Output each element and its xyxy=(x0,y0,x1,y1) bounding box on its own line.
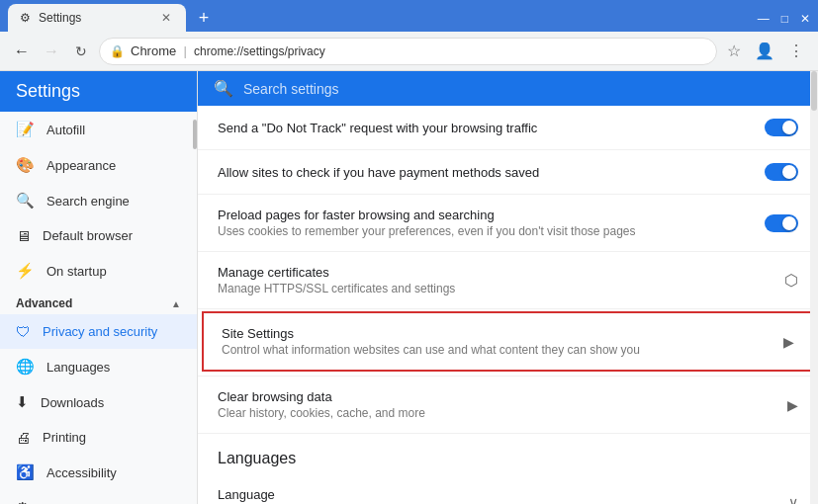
search-engine-label: Search engine xyxy=(46,194,130,209)
manage-certificates-text: Manage certificates Manage HTTPS/SSL cer… xyxy=(218,265,769,295)
url-chrome-label: Chrome xyxy=(131,43,176,58)
privacy-security-icon: 🛡 xyxy=(16,323,31,340)
payment-methods-text: Allow sites to check if you have payment… xyxy=(218,165,749,180)
refresh-button[interactable]: ↻ xyxy=(69,40,93,63)
site-settings-chevron-icon: ▶ xyxy=(783,334,794,350)
site-settings-text: Site Settings Control what information w… xyxy=(222,326,768,357)
sidebar-item-search-engine[interactable]: 🔍 Search engine xyxy=(0,183,197,218)
preload-pages-text: Preload pages for faster browsing and se… xyxy=(218,208,749,238)
system-icon: ⚙ xyxy=(16,499,29,504)
on-startup-icon: ⚡ xyxy=(16,262,35,280)
preload-pages-toggle[interactable] xyxy=(765,214,798,232)
search-engine-icon: 🔍 xyxy=(16,192,35,210)
sidebar-item-languages[interactable]: 🌐 Languages xyxy=(0,349,197,384)
language-text: Language English xyxy=(218,487,275,504)
content-scrollbar-thumb xyxy=(811,71,817,111)
default-browser-icon: 🖥 xyxy=(16,227,31,244)
tab-favicon: ⚙ xyxy=(20,11,31,25)
sidebar-item-autofill[interactable]: 📝 Autofill xyxy=(0,112,197,147)
settings-title: Settings xyxy=(0,71,197,112)
close-button[interactable]: ✕ xyxy=(800,12,810,26)
main-layout: Settings 📝 Autofill 🎨 Appearance 🔍 Searc… xyxy=(0,71,818,504)
sidebar-item-on-startup[interactable]: ⚡ On startup xyxy=(0,253,197,289)
clear-browsing-data-text: Clear browsing data Clear history, cooki… xyxy=(218,389,772,420)
lock-icon: 🔒 xyxy=(110,44,125,58)
downloads-icon: ⬇ xyxy=(16,393,29,411)
payment-methods-title: Allow sites to check if you have payment… xyxy=(218,165,749,180)
advanced-section-header[interactable]: Advanced ▲ xyxy=(0,289,197,314)
maximize-button[interactable]: □ xyxy=(781,12,788,26)
privacy-security-label: Privacy and security xyxy=(43,324,157,339)
default-browser-label: Default browser xyxy=(43,228,133,243)
search-placeholder-text[interactable]: Search settings xyxy=(243,81,339,97)
sidebar-scroll-area: 📝 Autofill 🎨 Appearance 🔍 Search engine … xyxy=(0,112,197,504)
accessibility-icon: ♿ xyxy=(16,463,35,481)
new-tab-button[interactable]: + xyxy=(190,4,218,32)
autofill-icon: 📝 xyxy=(16,121,35,138)
appearance-icon: 🎨 xyxy=(16,156,35,174)
sidebar-item-default-browser[interactable]: 🖥 Default browser xyxy=(0,218,197,253)
sidebar-item-system[interactable]: ⚙ System xyxy=(0,490,197,504)
back-button[interactable]: ← xyxy=(10,40,34,63)
sidebar-scrollbar-thumb xyxy=(193,120,197,149)
profile-icon[interactable]: 👤 xyxy=(751,38,778,64)
do-not-track-row[interactable]: Send a "Do Not Track" request with your … xyxy=(198,106,818,150)
site-settings-desc: Control what information websites can us… xyxy=(222,343,768,357)
sidebar-item-printing[interactable]: 🖨 Printing xyxy=(0,420,197,455)
preload-pages-title: Preload pages for faster browsing and se… xyxy=(218,208,749,222)
sidebar-item-accessibility[interactable]: ♿ Accessibility xyxy=(0,455,197,490)
language-row[interactable]: Language English ∨ xyxy=(198,475,818,504)
site-settings-row[interactable]: Site Settings Control what information w… xyxy=(202,311,814,372)
clear-browsing-data-row[interactable]: Clear browsing data Clear history, cooki… xyxy=(198,376,818,434)
sidebar-item-appearance[interactable]: 🎨 Appearance xyxy=(0,147,197,183)
tab-title: Settings xyxy=(39,11,150,25)
do-not-track-toggle[interactable] xyxy=(765,119,798,136)
url-bar[interactable]: 🔒 Chrome | chrome://settings/privacy xyxy=(99,38,717,65)
do-not-track-text: Send a "Do Not Track" request with your … xyxy=(218,121,749,135)
sidebar: Settings 📝 Autofill 🎨 Appearance 🔍 Searc… xyxy=(0,71,198,504)
window-controls: — □ ✕ xyxy=(758,12,810,32)
browser-window: ⚙ Settings ✕ + — □ ✕ ← → ↻ 🔒 Chrome | ch… xyxy=(0,0,818,504)
settings-tab[interactable]: ⚙ Settings ✕ xyxy=(8,4,186,32)
downloads-label: Downloads xyxy=(41,395,104,410)
on-startup-label: On startup xyxy=(46,264,107,279)
clear-browsing-data-chevron-icon: ▶ xyxy=(787,397,798,413)
autofill-label: Autofill xyxy=(46,123,85,137)
tab-close-icon[interactable]: ✕ xyxy=(158,10,174,26)
sidebar-item-privacy-security[interactable]: 🛡 Privacy and security xyxy=(0,314,197,349)
payment-methods-row[interactable]: Allow sites to check if you have payment… xyxy=(198,150,818,195)
preload-pages-row[interactable]: Preload pages for faster browsing and se… xyxy=(198,195,818,252)
url-path: chrome://settings/privacy xyxy=(194,44,325,58)
languages-section-header: Languages xyxy=(198,434,818,475)
payment-methods-toggle[interactable] xyxy=(765,163,798,181)
advanced-collapse-icon: ▲ xyxy=(171,298,181,309)
do-not-track-title: Send a "Do Not Track" request with your … xyxy=(218,121,749,135)
minimize-button[interactable]: — xyxy=(758,12,770,26)
clear-browsing-data-title: Clear browsing data xyxy=(218,389,772,404)
forward-button[interactable]: → xyxy=(40,40,63,63)
sidebar-item-downloads[interactable]: ⬇ Downloads xyxy=(0,384,197,420)
content-area: 🔍 Search settings Send a "Do Not Track" … xyxy=(198,71,818,504)
site-settings-title: Site Settings xyxy=(222,326,768,341)
search-icon: 🔍 xyxy=(214,79,233,98)
system-label: System xyxy=(41,501,83,505)
search-bar: 🔍 Search settings xyxy=(198,71,818,106)
clear-browsing-data-desc: Clear history, cookies, cache, and more xyxy=(218,406,772,420)
accessibility-label: Accessibility xyxy=(46,465,117,480)
address-bar: ← → ↻ 🔒 Chrome | chrome://settings/priva… xyxy=(0,32,818,71)
url-display: Chrome | chrome://settings/privacy xyxy=(131,43,325,58)
manage-certificates-title: Manage certificates xyxy=(218,265,769,280)
external-link-icon: ⬡ xyxy=(784,271,798,290)
menu-icon[interactable]: ⋮ xyxy=(784,38,808,64)
language-expand-icon: ∨ xyxy=(788,494,798,504)
printing-label: Printing xyxy=(43,430,86,445)
content-scrollbar xyxy=(810,71,818,504)
printing-icon: 🖨 xyxy=(16,429,31,446)
languages-label: Languages xyxy=(46,360,110,375)
preload-pages-desc: Uses cookies to remember your preference… xyxy=(218,224,749,238)
manage-certificates-desc: Manage HTTPS/SSL certificates and settin… xyxy=(218,282,769,295)
bookmark-icon[interactable]: ☆ xyxy=(723,38,745,64)
manage-certificates-row[interactable]: Manage certificates Manage HTTPS/SSL cer… xyxy=(198,252,818,309)
advanced-label: Advanced xyxy=(16,296,72,310)
title-bar: ⚙ Settings ✕ + — □ ✕ xyxy=(0,0,818,32)
